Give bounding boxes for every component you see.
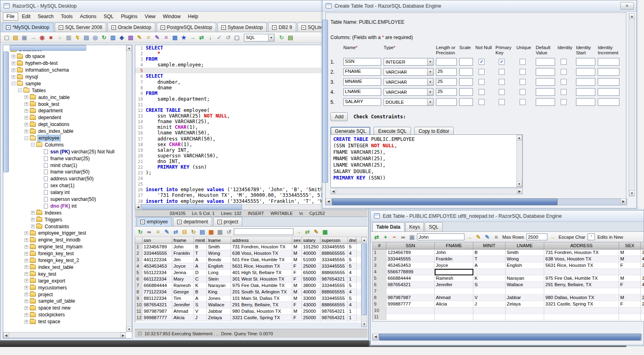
tab-keys[interactable]: Keys <box>405 222 424 231</box>
length-input[interactable] <box>436 98 457 106</box>
export-icon[interactable]: ▦ <box>207 228 215 235</box>
tree-item-sex-char-1[interactable]: +sex char(1) <box>4 182 126 189</box>
resize-columns-icon[interactable]: ⇄ <box>172 228 180 235</box>
row-number[interactable]: 5 <box>373 275 386 282</box>
identity-checkbox[interactable] <box>561 79 567 85</box>
identity-increment-input[interactable] <box>598 88 619 96</box>
edit-query-icon[interactable]: ✎ <box>153 34 161 41</box>
tree-item-dept-locations[interactable]: +dept_locations <box>4 121 126 128</box>
table-row[interactable]: 3453453453JoyceAEnglish5631 Rice, Housto… <box>373 262 644 269</box>
tree-item-foreign-key-test[interactable]: +foreign_key_test <box>4 250 126 257</box>
tree-expander-icon[interactable]: + <box>12 55 15 58</box>
identity-start-input[interactable] <box>576 88 595 96</box>
tree-item-department[interactable]: +department <box>4 107 126 114</box>
primary-key-checkbox[interactable]: ✓ <box>499 59 505 65</box>
menu-help[interactable]: Help <box>184 12 202 21</box>
delete-row-icon[interactable]: − <box>390 233 398 241</box>
close-tab-icon[interactable]: × <box>301 25 306 30</box>
close-tab-icon[interactable]: × <box>111 25 116 30</box>
tree-item-employee-trigger-test[interactable]: +employee_trigger_test <box>4 230 126 237</box>
identity-increment-input[interactable] <box>598 68 619 76</box>
refresh-edit-icon[interactable]: ⇄ <box>373 233 380 241</box>
tree-expander-icon[interactable]: + <box>25 231 28 235</box>
tree-expander-icon[interactable]: + <box>31 211 35 215</box>
refresh-database-icon[interactable]: ↻ <box>100 34 108 41</box>
default-value-input[interactable] <box>536 68 555 76</box>
tree-item-stockpickers[interactable]: +stockpickers <box>4 312 126 318</box>
not-null-checkbox[interactable] <box>479 89 485 95</box>
tree-item-mysql[interactable]: +mysql <box>4 74 126 80</box>
tree-expander-icon[interactable]: + <box>25 293 28 296</box>
execute-sql-icon[interactable]: ↯ <box>74 34 81 41</box>
edit-cell-alt-icon[interactable]: ✎ <box>483 233 491 241</box>
identity-start-input[interactable] <box>576 78 595 86</box>
create-window-titlebar[interactable]: Create Table Tool - RazorSQL Database En… <box>322 0 636 12</box>
column-name-input[interactable]: SALARY <box>343 98 381 106</box>
undo-icon[interactable]: ↺ <box>224 34 232 41</box>
edit-window-titlebar[interactable]: Edit Table - PUBLIC.EMPLOYEE utf8_notepa… <box>371 211 644 222</box>
length-input[interactable] <box>436 58 457 66</box>
open-file-icon[interactable]: ▤ <box>12 34 19 41</box>
find-document-icon[interactable]: ◎ <box>91 34 99 41</box>
main-titlebar[interactable]: RazorSQL - MySQL Desktop <box>0 0 368 12</box>
table-row[interactable]: 1123456789JohnBSmith731 Fondren, Houston… <box>135 244 361 250</box>
new-file-icon[interactable]: ▢ <box>3 34 10 41</box>
row-number[interactable]: 9 <box>373 301 386 308</box>
tree-item-engine-test-innodb[interactable]: +engine_test_innodb <box>4 237 126 244</box>
table-row[interactable]: 4453453453JoyceAEnglish5631 Rice, Housto… <box>135 263 361 270</box>
schema-list-icon[interactable]: ▤ <box>287 34 294 41</box>
menu-plugins[interactable]: Plugins <box>118 12 141 21</box>
copy-results-icon[interactable]: ▥ <box>216 228 224 235</box>
table-row[interactable]: 3441122334JimABonds501 Fire Oak, Humble … <box>135 257 361 263</box>
chevron-down-icon[interactable]: ▼ <box>427 58 433 65</box>
chevron-down-icon[interactable]: ▼ <box>427 99 433 105</box>
tab-sql-server-2008[interactable]: ×SQL Server 2008 <box>55 23 106 32</box>
tree-expander-icon[interactable]: - <box>18 89 22 92</box>
tree-item-employee[interactable]: -employee <box>4 135 126 142</box>
chevron-down-icon[interactable]: ▼ <box>427 89 433 95</box>
table-row[interactable]: 11 <box>373 314 644 320</box>
table-row[interactable]: 45566778899 <box>373 269 644 275</box>
unique-checkbox[interactable] <box>520 79 526 85</box>
tab-sql[interactable]: SQL <box>425 222 442 231</box>
column-name-input[interactable]: FNAME <box>343 68 381 76</box>
edit-sql-icon[interactable]: ✎ <box>136 34 143 41</box>
selected-cell[interactable] <box>435 269 473 275</box>
row-number[interactable]: 1 <box>373 250 386 256</box>
length-input[interactable]: 25 <box>436 88 457 96</box>
tree-item-hyphen-db-test[interactable]: +hyphen-db-test <box>4 60 126 67</box>
primary-key-checkbox[interactable] <box>499 79 505 85</box>
tree-item-index-test-table[interactable]: +index_test_table <box>4 264 126 271</box>
close-button[interactable]: ✕ <box>620 2 634 10</box>
tree-expander-icon[interactable]: + <box>25 95 28 99</box>
tree-item-space-test-new[interactable]: +space test new <box>4 305 126 312</box>
edit-results-icon[interactable]: ✎ <box>163 228 171 235</box>
identity-checkbox[interactable] <box>561 69 567 75</box>
filter-results-icon[interactable]: ≡ <box>154 228 162 235</box>
column-name-input[interactable]: SSN <box>343 58 381 66</box>
tree-item-salary-int[interactable]: +salary int <box>4 189 126 196</box>
table-row[interactable]: 10987654321JenniferSWallace291 Berry, Be… <box>135 302 361 308</box>
refresh-table-icon[interactable]: ⇄ <box>303 228 311 235</box>
row-number[interactable]: 2 <box>373 256 386 262</box>
tree-expander-icon[interactable]: + <box>25 313 28 317</box>
table-row[interactable]: 10 <box>373 308 644 314</box>
tree-item-book-test[interactable]: +book_test <box>4 101 126 107</box>
close-tab-icon[interactable]: × <box>177 220 182 224</box>
table-row[interactable]: 9881122334TimAJones101 Main St, Dallas T… <box>135 295 361 302</box>
scale-input[interactable] <box>459 88 473 96</box>
not-null-checkbox[interactable] <box>479 99 485 105</box>
tab-department[interactable]: ×department <box>173 217 212 226</box>
bookmark-icon[interactable]: ◆ <box>118 34 126 41</box>
filter-edit-icon[interactable]: ≡ <box>492 233 500 241</box>
default-value-input[interactable] <box>536 58 555 66</box>
edit-table-icon[interactable]: ✎ <box>312 228 320 235</box>
tree-item-triggers[interactable]: +Triggers <box>4 216 126 223</box>
tree-expander-icon[interactable]: + <box>25 123 28 126</box>
tree-item-mycustomers[interactable]: +mycustomers <box>4 284 126 291</box>
tree-item-key-test[interactable]: +key_test <box>4 270 126 277</box>
tree-item-indexes[interactable]: +Indexes <box>4 209 126 216</box>
identity-increment-input[interactable] <box>598 78 619 86</box>
menu-file[interactable]: File <box>3 12 18 21</box>
table-row[interactable]: 8771122334GeorgeBKing201 South St, Arlin… <box>135 289 361 295</box>
